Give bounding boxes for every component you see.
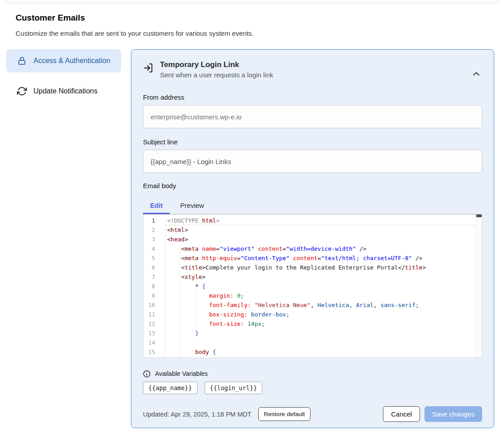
code-line: 16 background-color: #f8f8f8;	[143, 357, 482, 358]
panel-title: Temporary Login Link	[160, 60, 273, 69]
variable-chip-login-url[interactable]: {{login_url}}	[205, 382, 263, 394]
code-line: 3<head>	[143, 235, 482, 244]
lock-icon	[17, 56, 27, 66]
refresh-icon	[17, 86, 27, 96]
temporary-login-link-panel: Temporary Login Link Sent when a user re…	[131, 49, 494, 428]
sidebar-item-access-authentication[interactable]: Access & Authentication	[6, 49, 121, 72]
variable-chips: {{app_name}} {{login_url}}	[143, 382, 482, 394]
panel-subtitle: Sent when a user requests a login link	[160, 71, 273, 79]
code-line: 15 body {	[143, 347, 482, 357]
code-line: 9 margin: 0;	[143, 291, 482, 300]
code-line: 2<html>	[143, 225, 482, 235]
code-line: 4 <meta name="viewport" content="width=d…	[143, 244, 482, 253]
chevron-up-icon[interactable]	[472, 70, 482, 77]
cancel-button[interactable]: Cancel	[383, 406, 420, 422]
code-editor[interactable]: 1<!DOCTYPE html>2<html>3<head>4 <meta na…	[143, 214, 482, 358]
editor-scrollbar-thumb[interactable]	[476, 215, 482, 217]
available-variables-label: Available Variables	[155, 370, 208, 377]
panel-footer: Updated: Apr 29, 2025, 1:18 PM MDT Resto…	[143, 406, 482, 422]
code-line: 11 box-sizing: border-box;	[143, 310, 482, 319]
top-container-remnant	[4, 0, 500, 3]
page-subtitle: Customize the emails that are sent to yo…	[16, 29, 254, 37]
variable-chip-app-name[interactable]: {{app_name}}	[143, 382, 197, 394]
code-line: 6 <title>Complete your login to the Repl…	[143, 263, 482, 272]
panel-header: Temporary Login Link Sent when a user re…	[143, 60, 482, 84]
subject-line-input[interactable]	[143, 150, 482, 173]
email-body-label: Email body	[143, 182, 482, 190]
code-line: 12 font-size: 14px;	[143, 319, 482, 328]
from-address-label: From address	[143, 93, 482, 101]
indent-guide	[195, 291, 196, 328]
available-variables: Available Variables	[143, 370, 482, 378]
code-line: 8 * {	[143, 282, 482, 291]
code-line: 13 }	[143, 328, 482, 338]
code-line: 10 font-family: "Helvetica Neue", Helvet…	[143, 300, 482, 310]
subject-line-label: Subject line	[143, 138, 482, 146]
code-lines: 1<!DOCTYPE html>2<html>3<head>4 <meta na…	[143, 215, 482, 358]
tab-edit[interactable]: Edit	[143, 196, 170, 214]
email-types-sidebar: Access & Authentication Update Notificat…	[6, 49, 121, 103]
indent-guide	[180, 244, 180, 358]
save-changes-button[interactable]: Save changes	[424, 406, 482, 422]
sidebar-item-label: Update Notifications	[34, 86, 97, 97]
tab-preview[interactable]: Preview	[170, 196, 214, 214]
page-title: Customer Emails	[16, 13, 85, 23]
restore-default-button[interactable]: Restore default	[258, 407, 311, 421]
sidebar-item-label: Access & Authentication	[34, 55, 110, 66]
code-line: 5 <meta http-equiv="Content-Type" conten…	[143, 253, 482, 263]
login-icon	[143, 63, 154, 84]
email-body-tabs: Edit Preview	[143, 196, 482, 214]
from-address-input[interactable]	[143, 105, 482, 128]
sidebar-item-update-notifications[interactable]: Update Notifications	[6, 80, 121, 103]
info-icon	[143, 370, 151, 378]
updated-timestamp: Updated: Apr 29, 2025, 1:18 PM MDT	[143, 411, 252, 418]
code-line: 1<!DOCTYPE html>	[143, 216, 482, 225]
code-line: 7 <style>	[143, 272, 482, 282]
code-line: 14	[143, 338, 482, 347]
editor-scrollbar[interactable]	[476, 215, 482, 358]
